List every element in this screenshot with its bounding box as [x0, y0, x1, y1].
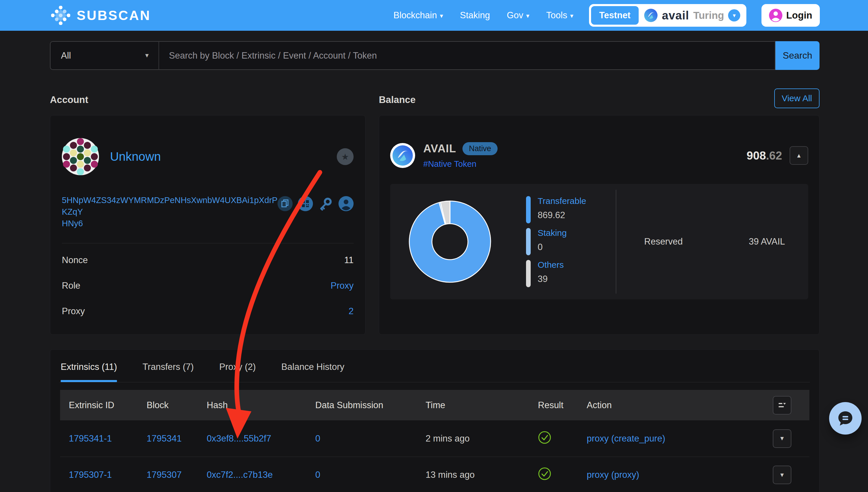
field-row-nonce: Nonce 11 [62, 247, 354, 273]
native-badge: Native [463, 142, 498, 155]
nav-item-staking[interactable]: Staking [460, 10, 490, 21]
testnet-button[interactable]: Testnet [591, 6, 639, 25]
divider [616, 190, 616, 294]
legend-label-transferable[interactable]: Transferable [538, 196, 586, 206]
activity-tabs: Extrinsics (11) Transfers (7) Proxy (2) … [60, 362, 810, 382]
copy-icon[interactable] [278, 196, 292, 211]
extrinsic-id-link[interactable]: 1795307-1 [69, 470, 112, 480]
header-extrinsic-id: Extrinsic ID [69, 400, 114, 411]
avail-token-logo [390, 143, 415, 168]
block-link[interactable]: 1795341 [147, 434, 182, 444]
chevron-down-icon: ▼ [779, 435, 785, 442]
extrinsic-id-link[interactable]: 1795341-1 [69, 434, 112, 444]
chevron-down-icon: ▾ [526, 12, 530, 20]
navbar: SUBSCAN Blockchain ▾ Staking Gov ▾ Tools… [0, 0, 868, 31]
chat-support-button[interactable] [829, 402, 862, 435]
balance-total-int: 908 [747, 149, 766, 162]
tab-balance-history[interactable]: Balance History [281, 362, 344, 382]
legend-value-transferable: 869.62 [538, 210, 586, 220]
chain-name: avail [662, 9, 689, 22]
view-all-button[interactable]: View All [774, 89, 820, 108]
avail-logo-icon [644, 8, 658, 22]
qr-code-icon[interactable] [298, 196, 313, 211]
header-block: Block [147, 400, 169, 411]
address-line-1: 5HNpW4ZS34zWYMRMDzPeNHsXwnbW4UXBAi1pXdrP… [62, 196, 278, 216]
tab-extrinsics[interactable]: Extrinsics (11) [61, 362, 117, 382]
chevron-down-icon: ▾ [570, 12, 573, 20]
nav-links: Blockchain ▾ Staking Gov ▾ Tools ▾ [393, 10, 573, 21]
balance-total-dec: .62 [766, 149, 782, 162]
chevron-up-icon: ▲ [796, 152, 802, 159]
legend-marker-transferable [526, 196, 531, 223]
header-action: Action [587, 400, 612, 411]
header-data-submission: Data Submission [315, 400, 383, 411]
nav-item-label: Tools [546, 10, 567, 21]
reserved-row: Reserved 39 AVAIL [644, 184, 785, 299]
favorite-star-button[interactable]: ★ [337, 148, 354, 165]
chevron-down-icon: ▼ [779, 472, 785, 478]
search-input[interactable] [159, 41, 775, 70]
network-switcher: Testnet avail Turing ▾ [589, 4, 746, 27]
star-icon: ★ [342, 152, 349, 162]
header-hash: Hash [207, 400, 228, 411]
action-link[interactable]: proxy (create_pure) [587, 434, 665, 444]
account-person-icon[interactable] [338, 196, 354, 211]
action-link[interactable]: proxy (proxy) [587, 470, 639, 480]
table-row: 1795341-1 1795341 0x3ef8....55b2f7 0 2 m… [60, 420, 810, 457]
hash-link[interactable]: 0x3ef8....55b2f7 [207, 434, 271, 444]
user-icon [769, 9, 782, 22]
proxy-value[interactable]: 2 [349, 306, 354, 317]
table-row: 1795307-1 1795307 0xc7f2....c7b13e 0 13 … [60, 457, 810, 492]
tab-transfers[interactable]: Transfers (7) [143, 362, 194, 382]
nonce-value: 11 [344, 255, 354, 266]
nav-item-tools[interactable]: Tools ▾ [546, 10, 573, 21]
nav-item-label: Gov [507, 10, 523, 21]
success-check-icon [538, 467, 551, 481]
search-bar: All ▼ Search [50, 41, 820, 70]
balance-breakdown-panel: Transferable 869.62 Staking 0 Others 39 [390, 184, 808, 299]
balance-card: AVAIL Native #Native Token 908.62 ▲ Tran… [379, 115, 820, 335]
role-value[interactable]: Proxy [331, 280, 354, 291]
nav-item-label: Staking [460, 10, 490, 21]
search-filter-select[interactable]: All ▼ [50, 41, 159, 70]
chain-selector[interactable]: avail Turing ▾ [644, 8, 744, 22]
expand-row-button[interactable]: ▼ [773, 466, 791, 484]
block-link[interactable]: 1795307 [147, 470, 182, 480]
nav-item-gov[interactable]: Gov ▾ [507, 10, 530, 21]
account-address[interactable]: 5HNpW4ZS34zWYMRMDzPeNHsXwnbW4UXBAi1pXdrP… [62, 194, 278, 229]
extrinsics-table: Extrinsic ID Block Hash Data Submission … [60, 390, 810, 492]
legend-label-staking[interactable]: Staking [538, 228, 567, 238]
expand-row-button[interactable]: ▼ [773, 429, 791, 448]
balance-total: 908.62 [747, 149, 782, 162]
nav-item-blockchain[interactable]: Blockchain ▾ [393, 10, 443, 21]
chain-chevron-down-icon[interactable]: ▾ [728, 9, 740, 22]
success-check-icon [538, 431, 551, 444]
collapse-button[interactable]: ▲ [790, 146, 808, 165]
legend-item-staking: Staking 0 [526, 228, 586, 255]
account-display-name[interactable]: Unknown [110, 150, 161, 164]
hash-link[interactable]: 0xc7f2....c7b13e [207, 470, 273, 480]
legend-value-staking: 0 [538, 242, 567, 252]
search-filter-value: All [61, 50, 71, 61]
subscan-logo[interactable]: SUBSCAN [51, 6, 151, 25]
data-submission-link[interactable]: 0 [315, 434, 320, 444]
time-cell: 2 mins ago [426, 434, 470, 444]
subscan-logo-icon [51, 6, 70, 25]
chat-bubble-icon [836, 409, 855, 427]
balance-donut-chart [406, 198, 493, 285]
native-token-tag[interactable]: #Native Token [423, 159, 498, 169]
filter-icon [778, 401, 787, 410]
data-submission-link[interactable]: 0 [315, 470, 320, 480]
reserved-value: 39 AVAIL [749, 237, 785, 247]
chevron-down-icon: ▼ [144, 52, 150, 59]
key-icon[interactable] [318, 196, 333, 211]
filter-button[interactable] [773, 396, 791, 415]
account-section-title: Account [50, 94, 88, 105]
tab-proxy[interactable]: Proxy (2) [219, 362, 256, 382]
search-button[interactable]: Search [775, 41, 820, 70]
legend-marker-staking [526, 228, 531, 255]
header-result: Result [538, 400, 563, 411]
login-button[interactable]: Login [761, 4, 820, 27]
header-time: Time [426, 400, 445, 411]
legend-label-others[interactable]: Others [538, 260, 564, 270]
